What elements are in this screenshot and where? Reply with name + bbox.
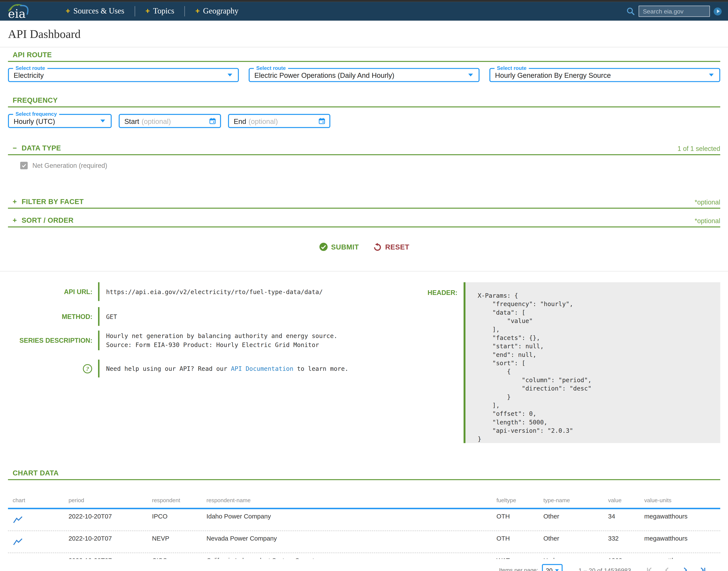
respondent-cell: NEVP: [152, 531, 206, 542]
frequency-controls-row: Select frequency Hourly (UTC) Start (opt…: [8, 114, 720, 128]
chevron-down-icon: [100, 120, 105, 122]
select-value: Electricity: [9, 71, 44, 79]
start-date-input[interactable]: Start (optional): [119, 114, 221, 128]
eia-logo-graphic: eia: [7, 3, 31, 20]
end-date-input[interactable]: End (optional): [228, 114, 330, 128]
search-area: [626, 6, 722, 17]
calendar-icon[interactable]: [209, 118, 216, 124]
nav-item-label: Sources & Uses: [73, 7, 124, 16]
help-text-before: Need help using our API? Read our: [106, 365, 231, 372]
fueltype-cell: WAT: [496, 553, 543, 559]
header-params-json: X-Params: { "frequency": "hourly", "data…: [463, 282, 720, 443]
items-per-page-value: 20: [546, 567, 553, 571]
check-circle-icon: [319, 242, 328, 251]
line-chart-icon[interactable]: [13, 537, 24, 547]
collapse-icon[interactable]: −: [13, 144, 22, 152]
previous-page-button[interactable]: [664, 567, 670, 571]
api-details-left: API URL: https://api.eia.gov/v2/electric…: [8, 282, 366, 443]
select-floating-label: Select route: [494, 65, 529, 71]
api-url-value: https://api.eia.gov/v2/electricity/rto/f…: [99, 282, 323, 301]
window-top-strip: [0, 0, 728, 2]
paginator: Items per page: 20 1 – 20 of 14536983: [8, 563, 720, 571]
title-divider: [0, 47, 728, 47]
respondent-name-cell: Nevada Power Company: [206, 531, 496, 542]
optional-note: *optional: [695, 217, 720, 225]
nav-item-topics[interactable]: + Topics: [135, 7, 185, 16]
select-floating-label: Select frequency: [13, 111, 59, 117]
api-route-heading: API ROUTE: [13, 50, 52, 59]
net-generation-check-row: Net Generation (required): [20, 162, 720, 169]
search-go-button[interactable]: [714, 7, 722, 15]
column-header-respondent-name: respondent-name: [206, 497, 496, 504]
checked-checkbox[interactable]: [20, 162, 28, 169]
next-page-button[interactable]: [682, 567, 688, 571]
nav-item-geography[interactable]: + Geography: [185, 7, 249, 16]
chart-cell: [8, 553, 69, 559]
last-page-button[interactable]: [700, 567, 706, 571]
page-nav-buttons: [646, 567, 706, 571]
fueltype-cell: OTH: [496, 509, 543, 520]
checkbox-label: Net Generation (required): [32, 162, 107, 169]
nav-item-sources-uses[interactable]: + Sources & Uses: [55, 7, 135, 16]
top-navbar: eia + Sources & Uses + Topics + Geograph…: [0, 2, 728, 21]
chevron-down-icon: [709, 74, 714, 76]
series-description-value: Hourly net generation by balancing autho…: [99, 331, 337, 350]
chart-data-section-header: CHART DATA: [8, 469, 720, 480]
value-cell: 1868: [608, 553, 644, 559]
line-chart-icon[interactable]: [13, 515, 24, 525]
first-page-icon: [646, 567, 653, 571]
route-select-level-1[interactable]: Select route Electricity: [8, 68, 239, 82]
start-placeholder: (optional): [142, 117, 171, 125]
chart-cell: [8, 509, 69, 526]
chart-cell: [8, 531, 69, 548]
frequency-heading: FREQUENCY: [13, 96, 58, 104]
filter-by-facet-heading: FILTER BY FACET: [22, 197, 84, 206]
search-input[interactable]: [639, 6, 710, 17]
calendar-icon[interactable]: [318, 118, 325, 124]
period-cell: 2022-10-20T07: [69, 509, 152, 520]
fueltype-cell: OTH: [496, 531, 543, 542]
eia-logo[interactable]: eia: [7, 3, 31, 20]
expand-icon[interactable]: +: [13, 216, 22, 224]
method-row: METHOD: GET: [8, 307, 366, 326]
column-header-value: value: [608, 497, 644, 504]
value-cell: 34: [608, 509, 644, 520]
api-documentation-link[interactable]: API Documentation: [231, 365, 293, 372]
items-per-page-label: Items per page:: [499, 567, 538, 571]
search-icon: [626, 7, 635, 15]
plus-icon: +: [195, 7, 200, 15]
reset-button[interactable]: RESET: [373, 242, 410, 251]
filter-by-facet-section-header: + FILTER BY FACET *optional: [8, 197, 720, 209]
table-row: 2022-10-20T07 CISO California Independen…: [8, 552, 720, 559]
select-value: Electric Power Operations (Daily And Hou…: [250, 71, 394, 79]
svg-text:eia: eia: [8, 7, 25, 20]
help-icon[interactable]: ?: [83, 363, 92, 373]
chart-data-heading: CHART DATA: [13, 469, 59, 477]
api-url-row: API URL: https://api.eia.gov/v2/electric…: [8, 282, 366, 301]
reset-label: RESET: [385, 243, 410, 251]
method-value: GET: [99, 307, 117, 326]
frequency-select[interactable]: Select frequency Hourly (UTC): [8, 114, 111, 128]
table-body: 2022-10-20T07 IPCO Idaho Power Company O…: [8, 509, 720, 559]
value-units-cell: megawatthours: [644, 553, 720, 559]
select-floating-label: Select route: [254, 65, 288, 71]
route-select-level-3[interactable]: Select route Hourly Generation By Energy…: [489, 68, 720, 82]
series-description-label: SERIES DESCRIPTION:: [8, 331, 98, 350]
check-icon: [21, 163, 27, 168]
route-selects-row: Select route Electricity Select route El…: [8, 68, 720, 82]
header-params-group: HEADER: X-Params: { "frequency": "hourly…: [366, 282, 720, 443]
start-label: Start: [120, 117, 139, 125]
route-select-level-2[interactable]: Select route Electric Power Operations (…: [249, 68, 479, 82]
svg-text:?: ?: [86, 365, 89, 372]
first-page-button[interactable]: [646, 567, 653, 571]
submit-button[interactable]: SUBMIT: [319, 242, 359, 251]
series-description-line1: Hourly net generation by balancing autho…: [106, 332, 337, 341]
type-name-cell: Hydro: [543, 553, 608, 559]
page-title: API Dashboard: [8, 27, 728, 41]
table-row: 2022-10-20T07 IPCO Idaho Power Company O…: [8, 509, 720, 530]
items-per-page-select[interactable]: 20: [542, 564, 562, 571]
column-header-respondent: respondent: [152, 497, 206, 504]
chevron-right-icon: [682, 567, 688, 571]
respondent-name-cell: California Independent System Operator: [206, 553, 496, 559]
expand-icon[interactable]: +: [13, 197, 22, 206]
